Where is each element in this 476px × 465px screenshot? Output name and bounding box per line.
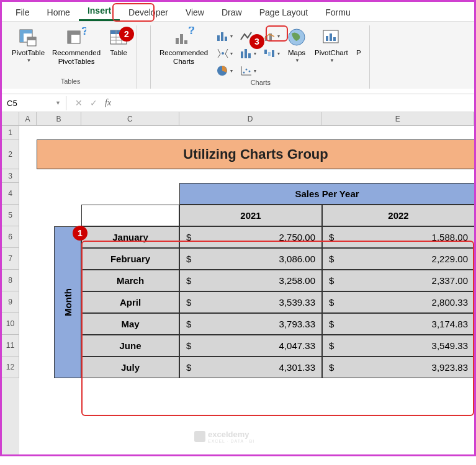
month-header[interactable]: Month	[54, 226, 81, 378]
combo-chart-button[interactable]: ▾	[263, 29, 281, 43]
value-cell[interactable]: $3,539.33	[179, 291, 322, 313]
table-row: May$3,793.33$3,174.83	[54, 313, 475, 335]
row-header[interactable]: 3	[2, 169, 19, 183]
name-box-value: C5	[7, 99, 17, 108]
value-cell[interactable]: $2,800.33	[322, 291, 475, 313]
enter-icon[interactable]: ✓	[90, 98, 97, 108]
tab-file[interactable]: File	[7, 4, 38, 21]
row-header[interactable]: 7	[2, 248, 19, 270]
value-cell[interactable]: $1,588.00	[322, 226, 475, 248]
svg-rect-25	[241, 51, 243, 58]
col-header-B[interactable]: B	[37, 112, 81, 125]
row-header[interactable]: 5	[2, 205, 19, 226]
svg-point-35	[246, 69, 248, 71]
month-cell[interactable]: March	[81, 270, 179, 291]
value-cell[interactable]: $2,337.00	[322, 270, 475, 291]
group-illustrations	[138, 25, 151, 89]
recommended-charts-label: Recommended Charts	[159, 49, 208, 66]
svg-rect-21	[225, 37, 227, 41]
table-row: June$4,047.33$3,549.33	[54, 335, 475, 356]
svg-rect-20	[221, 32, 223, 41]
scatter-chart-button[interactable]: ▾	[215, 46, 234, 60]
data-table: Sales Per Year 2021 2022 January$2,750.0…	[54, 183, 475, 378]
value-cell[interactable]: $3,549.33	[322, 335, 475, 356]
title-cell[interactable]: Utilizing Charts Group	[37, 140, 475, 169]
month-cell[interactable]: June	[81, 335, 179, 356]
xy-chart-icon	[240, 65, 253, 76]
row-header[interactable]: 2	[2, 140, 19, 169]
value-cell[interactable]: $2,750.00	[179, 226, 322, 248]
maps-button[interactable]: Maps ▼	[284, 25, 310, 64]
month-cell[interactable]: July	[81, 356, 179, 378]
month-cell[interactable]: January	[81, 226, 179, 248]
table-row: July$4,301.33$3,923.83	[54, 356, 475, 378]
xy-chart-button[interactable]: ▾	[239, 64, 258, 78]
value-cell[interactable]: $3,793.33	[179, 313, 322, 335]
recommended-charts-button[interactable]: ? Recommended Charts	[157, 25, 210, 68]
cells-area[interactable]: Utilizing Charts Group Sales Per Year 20…	[19, 126, 474, 454]
row-header[interactable]: 4	[2, 183, 19, 205]
name-box[interactable]: C5 ▼	[2, 96, 66, 110]
column-chart-button[interactable]: ▾	[215, 29, 234, 43]
sales-per-year-header[interactable]: Sales Per Year	[179, 183, 475, 205]
pivot-table-label: PivotTable	[12, 49, 45, 58]
value-cell[interactable]: $3,923.83	[322, 356, 475, 378]
fx-icon[interactable]: fx	[105, 98, 111, 108]
row-header[interactable]: 1	[2, 126, 19, 140]
tab-formulas[interactable]: Formu	[317, 4, 359, 21]
value-cell[interactable]: $2,229.00	[322, 248, 475, 270]
table-label: Table	[110, 49, 127, 58]
group-tables-label: Tables	[9, 76, 132, 86]
pivot-chart-label: PivotChart	[315, 49, 348, 58]
tab-page-layout[interactable]: Page Layout	[251, 4, 317, 21]
row-header[interactable]: 6	[2, 226, 19, 248]
month-cell[interactable]: February	[81, 248, 179, 270]
row-header[interactable]: 10	[2, 313, 19, 335]
year-2022-header[interactable]: 2022	[322, 205, 475, 226]
pivot-chart-button[interactable]: PivotChart ▼	[312, 25, 351, 64]
value-cell[interactable]: $3,258.00	[179, 270, 322, 291]
formula-input[interactable]	[120, 94, 474, 112]
table-button[interactable]: Table	[106, 25, 132, 59]
tab-view[interactable]: View	[177, 4, 213, 21]
value-cell[interactable]: $3,086.00	[179, 248, 322, 270]
chevron-down-icon: ▼	[55, 100, 61, 106]
value-cell[interactable]: $4,047.33	[179, 335, 322, 356]
col-header-A[interactable]: A	[19, 112, 37, 125]
tab-insert[interactable]: Insert	[79, 2, 120, 21]
pie-chart-button[interactable]: ▾	[215, 64, 234, 78]
svg-rect-39	[326, 36, 328, 41]
value-cell[interactable]: $3,174.83	[322, 313, 475, 335]
col-header-E[interactable]: E	[321, 112, 474, 125]
chevron-down-icon: ▼	[27, 58, 32, 64]
col-header-D[interactable]: D	[179, 112, 322, 125]
value-cell[interactable]: $4,301.33	[179, 356, 322, 378]
month-cell[interactable]: May	[81, 313, 179, 335]
waterfall-chart-icon	[264, 48, 276, 59]
group-charts-label: Charts	[157, 78, 364, 87]
waterfall-chart-button[interactable]: ▾	[263, 46, 281, 60]
month-cell[interactable]: April	[81, 291, 179, 313]
row-header[interactable]: 8	[2, 270, 19, 291]
row-header[interactable]: 9	[2, 291, 19, 313]
col-header-C[interactable]: C	[81, 112, 179, 125]
row-header[interactable]: 12	[2, 356, 19, 378]
stat-chart-button[interactable]: ▾	[239, 46, 258, 60]
line-chart-button[interactable]: ▾	[239, 29, 258, 43]
group-charts: ? Recommended Charts ▾ ▾ ▾ ▾ ▾ ▾ ▾ ▾ Map…	[152, 25, 370, 89]
combo-chart-icon	[264, 30, 276, 42]
cancel-icon[interactable]: ✕	[75, 98, 83, 108]
tab-draw[interactable]: Draw	[213, 4, 251, 21]
pie-chart-icon	[217, 65, 229, 76]
tab-home[interactable]: Home	[38, 4, 79, 21]
row-header[interactable]: 11	[2, 335, 19, 356]
select-all-corner[interactable]	[2, 112, 19, 125]
chart-mini-grid: ▾ ▾ ▾ ▾ ▾ ▾ ▾ ▾	[215, 25, 281, 78]
pivot-table-button[interactable]: PivotTable ▼	[9, 25, 47, 64]
svg-rect-17	[184, 40, 187, 44]
recommended-pivot-button[interactable]: ? Recommended PivotTables	[50, 25, 103, 68]
tab-developer[interactable]: Developer	[120, 4, 177, 21]
p-partial[interactable]: P	[353, 25, 364, 59]
svg-rect-15	[176, 38, 179, 44]
year-2021-header[interactable]: 2021	[179, 205, 322, 226]
